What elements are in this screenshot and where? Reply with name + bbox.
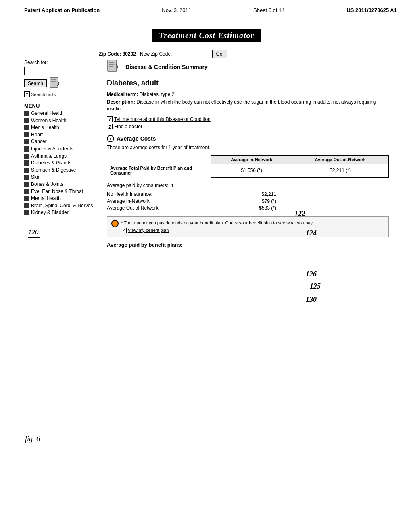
sidebar-item-cancer[interactable]: Cancer	[24, 139, 99, 145]
alert-box: ! * The amount you pay depends on your b…	[107, 216, 389, 237]
underline-120	[28, 237, 40, 238]
svg-rect-1	[51, 79, 56, 80]
sidebar-item-stomach[interactable]: Stomach & Digestive	[24, 167, 99, 174]
go-button[interactable]: Go!	[212, 50, 227, 58]
avg-paid-text: Average paid by consumers:	[107, 183, 168, 188]
search-btn-row: Search	[24, 77, 99, 90]
section-doc-icon	[107, 60, 121, 74]
alert-text: * The amount you pay depends on your ben…	[121, 220, 313, 225]
col-out-network: Average Out-of-Network	[292, 155, 389, 164]
menu-icon-womens-health	[24, 118, 29, 123]
avg-costs-header: i Average Costs	[107, 135, 389, 142]
sidebar-item-bones[interactable]: Bones & Joints	[24, 181, 99, 188]
menu-icon-skin	[24, 175, 29, 180]
sidebar-item-brain[interactable]: Brain, Spinal Cord, & Nerves	[24, 203, 99, 209]
description: Description: Disease in which the body c…	[107, 99, 389, 112]
find-doctor-text: Find a doctor	[114, 124, 142, 129]
menu-items: General Health Women's Health Men's Heal…	[24, 110, 99, 216]
sidebar-label-bones: Bones & Joints	[31, 181, 63, 188]
annotation-125: 125	[310, 282, 321, 291]
sidebar-label-brain: Brain, Spinal Cord, & Nerves	[31, 203, 93, 209]
avg-paid-label: Average paid by consumers: 7	[107, 183, 389, 188]
row-label: Average Total Paid by Benefit Plan and C…	[107, 164, 211, 177]
fig-text: fig. 6	[25, 435, 40, 443]
menu-icon-brain	[24, 203, 29, 208]
tell-me-more-text: Tell me more about this Disease or Condi…	[114, 116, 211, 122]
menu-icon-mental-health	[24, 196, 29, 201]
avg-in-network-label: Average In-Network:	[107, 198, 151, 204]
sidebar-label-general-health: General Health	[31, 110, 64, 117]
avg-in-network-row: Average In-Network: $79 (*)	[107, 198, 276, 204]
sidebar-item-womens-health[interactable]: Women's Health	[24, 118, 99, 124]
menu-icon-eye	[24, 189, 29, 194]
sidebar-item-mens-health[interactable]: Men's Health	[24, 125, 99, 131]
search-input[interactable]	[24, 66, 60, 75]
avg-out-network-value: $583 (*)	[259, 205, 276, 211]
avg-costs-title: Average Costs	[117, 135, 156, 142]
sidebar-item-skin[interactable]: Skin	[24, 174, 99, 181]
new-zip-input[interactable]	[176, 50, 208, 58]
doc-icon	[49, 77, 62, 90]
sidebar-item-mental-health[interactable]: Mental Health	[24, 195, 99, 202]
search-button[interactable]: Search	[24, 79, 47, 87]
sidebar-item-eye[interactable]: Eye, Ear, Nose & Throat	[24, 189, 99, 195]
annotation-130: 130	[306, 295, 317, 304]
title-banner: Treatment Cost Estimator	[24, 29, 389, 42]
sidebar-label-kidney: Kidney & Bladder	[31, 210, 69, 216]
svg-rect-2	[51, 81, 56, 82]
sidebar-label-heart: Heart	[31, 132, 43, 138]
menu-icon-mens-health	[24, 125, 29, 130]
avg-out-network-row: Average Out of Network: $583 (*)	[107, 205, 276, 211]
sidebar-item-general-health[interactable]: General Health	[24, 110, 99, 117]
disease-title: Diabetes, adult	[107, 79, 389, 87]
medical-term-label: Medical term:	[107, 91, 138, 97]
hint-icon: 7	[24, 91, 30, 97]
sidebar-label-diabetes: Diabetes & Glands	[31, 160, 71, 166]
two-column-layout: Search for: Search 7 Search hints	[24, 60, 389, 248]
no-insurance-value: $2,211	[261, 191, 276, 197]
sidebar-item-injuries[interactable]: Injuries & Accidents	[24, 146, 99, 152]
benefit-plans-label: Average paid by benefit plans:	[107, 242, 389, 248]
avg-costs-note: These are average costs for 1 year of tr…	[107, 145, 389, 150]
find-doctor-link[interactable]: 7 Find a doctor	[107, 124, 389, 129]
menu-icon-stomach	[24, 168, 29, 173]
sidebar-item-asthma[interactable]: Asthma & Lungs	[24, 153, 99, 160]
sidebar-label-mental-health: Mental Health	[31, 195, 61, 202]
menu-icon-general-health	[24, 111, 29, 116]
annotation-126: 126	[306, 270, 317, 278]
sheet-text: Sheet 6 of 14	[253, 7, 284, 13]
app-title: Treatment Cost Estimator	[152, 29, 262, 42]
sidebar: Search for: Search 7 Search hints	[24, 60, 99, 248]
info-icon-tell: 7	[107, 116, 113, 122]
avg-in-network-value: $79 (*)	[262, 198, 276, 204]
benefit-link-icon: 7	[121, 228, 127, 233]
menu-icon-asthma	[24, 154, 29, 159]
menu-icon-cancer	[24, 139, 29, 144]
menu-icon-diabetes	[24, 160, 29, 166]
menu-title: MENU	[24, 103, 99, 109]
content-area: Disease & Condition Summary Diabetes, ad…	[99, 60, 389, 248]
patent-text: US 2011/0270625 A1	[346, 7, 397, 13]
medical-term-value: Diabetes, type 2	[140, 91, 175, 97]
sidebar-label-mens-health: Men's Health	[31, 125, 59, 131]
tell-me-more-link[interactable]: 7 Tell me more about this Disease or Con…	[107, 116, 389, 122]
benefit-link-label: View my benefit plan	[128, 227, 169, 233]
menu-icon-kidney	[24, 210, 29, 215]
sidebar-item-kidney[interactable]: Kidney & Bladder	[24, 210, 99, 216]
col-in-network: Average In-Network	[211, 155, 292, 164]
view-benefit-link[interactable]: 7 View my benefit plan	[121, 227, 313, 233]
sidebar-label-cancer: Cancer	[31, 139, 47, 145]
description-value: Disease in which the body can not effect…	[107, 99, 376, 112]
sidebar-label-skin: Skin	[31, 174, 40, 181]
sidebar-item-heart[interactable]: Heart	[24, 132, 99, 138]
zip-bar: Zip Code: 80202 New Zip Code: Go!	[99, 50, 389, 58]
alert-text-block: * The amount you pay depends on your ben…	[121, 220, 313, 234]
no-insurance-label: No Health Insurance:	[107, 191, 152, 197]
search-hints-label: Search hints	[31, 92, 56, 97]
annotation-124: 124	[306, 229, 317, 237]
costs-table: Average In-Network Average Out-of-Networ…	[107, 155, 389, 178]
no-insurance-section: No Health Insurance: $2,211 Average In-N…	[107, 191, 389, 211]
avg-paid-icon: 7	[170, 183, 175, 188]
new-zip-label: New Zip Code:	[140, 51, 172, 57]
sidebar-item-diabetes[interactable]: Diabetes & Glands	[24, 160, 99, 166]
